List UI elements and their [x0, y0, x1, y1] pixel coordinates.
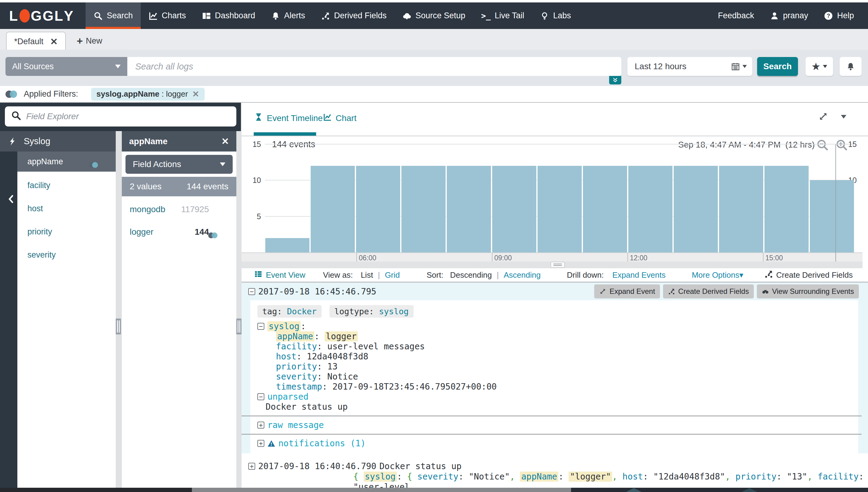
create-derived-fields-link[interactable]: Create Derived Fields — [764, 269, 853, 281]
value-count: 144 — [194, 227, 209, 237]
expand-toggle-icon[interactable]: + — [257, 440, 264, 447]
range-end-marker — [835, 144, 836, 262]
timeline-bar[interactable] — [764, 166, 809, 252]
filter-value: : logger — [159, 89, 188, 98]
chart-scroll-handle[interactable] — [551, 262, 565, 268]
expand-toggle-icon[interactable]: + — [248, 463, 255, 470]
events-count: 144 events — [187, 182, 229, 192]
timeline-bar[interactable] — [492, 166, 537, 252]
syslog-icon — [8, 136, 17, 147]
timeline-bar[interactable] — [265, 238, 310, 252]
nav-item-charts[interactable]: Charts — [141, 2, 194, 29]
create-derived-fields-button[interactable]: Create Derived Fields — [663, 285, 754, 298]
json-key[interactable]: priority — [276, 362, 317, 372]
nav-item-live-tail[interactable]: >_Live Tail — [473, 2, 532, 29]
tab-close-icon[interactable]: ✕ — [50, 36, 57, 47]
chevron-down-icon[interactable] — [841, 115, 846, 119]
event-section-raw-message[interactable]: raw message — [267, 420, 324, 430]
timeline-bar[interactable] — [719, 166, 764, 252]
search-button-label: Search — [763, 62, 792, 71]
field-actions-dropdown[interactable]: Field Actions — [126, 155, 233, 174]
sidebar-field-host[interactable]: host — [17, 199, 116, 218]
expand-event-button[interactable]: Expand Event — [594, 285, 660, 298]
loggly-logo[interactable]: LGGLY — [0, 2, 85, 29]
filter-pill[interactable]: syslog.appName : logger ✕ — [91, 88, 205, 101]
json-key[interactable]: facility — [276, 341, 317, 351]
collapse-toggle-icon[interactable]: − — [257, 323, 264, 330]
search-button[interactable]: Search — [757, 57, 798, 76]
timeline-bar[interactable] — [401, 166, 446, 252]
view-surrounding-events-button[interactable]: View Surrounding Events — [757, 285, 859, 298]
field-value-row-logger[interactable]: logger144 — [122, 223, 236, 241]
nav-item-alerts[interactable]: Alerts — [263, 2, 313, 29]
view-as-grid[interactable]: Grid — [385, 270, 400, 280]
event-row-expanded[interactable]: −2017-09-18 16:45:46.795Expand EventCrea… — [241, 282, 868, 453]
nav-item-pranay[interactable]: pranay — [762, 11, 816, 20]
timeline-bar[interactable] — [674, 166, 718, 252]
expand-events-link[interactable]: Expand Events — [612, 270, 666, 280]
nav-item-labs[interactable]: Labs — [532, 2, 579, 29]
tab-default[interactable]: *Default ✕ — [6, 32, 66, 51]
nav-item-help[interactable]: ?Help — [816, 11, 862, 20]
expand-toggle-icon[interactable]: + — [257, 422, 264, 428]
sort-ascending[interactable]: Ascending — [504, 270, 541, 280]
event-timeline-chart[interactable]: 551010151506:0009:0012:0015:00 — [241, 136, 868, 268]
bell-button[interactable] — [840, 57, 862, 76]
remove-filter-icon[interactable]: ✕ — [192, 89, 199, 99]
field-value-row-mongodb[interactable]: mongodb117925 — [122, 200, 236, 219]
timeline-bar[interactable] — [356, 166, 400, 252]
expand-search-button[interactable] — [609, 76, 621, 84]
timeline-bar[interactable] — [628, 166, 673, 252]
field-group-syslog[interactable]: Syslog — [0, 131, 116, 151]
view-as-list[interactable]: List — [361, 270, 373, 280]
event-tag-pill[interactable]: tag: Docker — [257, 305, 322, 318]
timeline-bar[interactable] — [810, 180, 854, 252]
timeline-bar[interactable] — [583, 166, 627, 252]
chart-scrollbar[interactable] — [241, 262, 863, 268]
star-button[interactable]: ★ — [806, 57, 833, 76]
time-range-picker[interactable]: Last 12 hours — [627, 57, 752, 76]
tab-new[interactable]: + New — [77, 33, 102, 48]
timeline-bar[interactable] — [310, 166, 355, 252]
json-token: severity — [417, 472, 458, 482]
event-section-unparsed[interactable]: unparsed — [267, 392, 309, 402]
sidebar-field-severity[interactable]: severity — [17, 245, 116, 264]
source-selector[interactable]: All Sources — [5, 57, 127, 76]
json-key[interactable]: timestamp — [276, 382, 322, 392]
value-name[interactable]: mongodb — [130, 204, 165, 214]
collapse-toggle-icon[interactable]: − — [257, 393, 264, 400]
sidebar-field-appName[interactable]: appName — [17, 151, 116, 172]
json-node-name[interactable]: syslog — [267, 321, 300, 331]
event-section-notifications-[interactable]: notifications (1) — [279, 438, 366, 448]
json-key[interactable]: severity — [276, 372, 317, 382]
sidebar-field-priority[interactable]: priority — [17, 222, 116, 241]
json-token: host — [623, 472, 643, 482]
timeline-bar[interactable] — [537, 166, 582, 252]
nav-item-dashboard[interactable]: Dashboard — [194, 2, 263, 29]
value-name[interactable]: logger — [130, 227, 154, 237]
json-key[interactable]: host — [276, 351, 296, 362]
resize-grip[interactable] — [236, 319, 241, 335]
field-value-rows: mongodb117925logger144 — [122, 196, 236, 241]
resize-grip[interactable] — [116, 319, 121, 335]
json-key[interactable]: appName — [276, 331, 314, 341]
search-input[interactable]: Search all logs — [127, 57, 621, 76]
nav-item-source-setup[interactable]: Source Setup — [394, 2, 473, 29]
sort-descending[interactable]: Descending — [450, 270, 492, 280]
close-icon[interactable]: ✕ — [221, 136, 229, 147]
nav-item-derived-fields[interactable]: Derived Fields — [313, 2, 395, 29]
field-explorer-search[interactable]: Field Explorer — [5, 106, 236, 126]
tab-chart[interactable]: Chart — [323, 113, 356, 124]
nav-item-feedback[interactable]: Feedback — [710, 11, 762, 20]
sidebar-field-facility[interactable]: facility — [17, 176, 116, 195]
tab-event-timeline[interactable]: Event Timeline — [254, 113, 323, 124]
expand-timeline-icon[interactable] — [818, 111, 828, 123]
event-row[interactable]: +2017-09-18 16:40:46.790Docker status up… — [241, 458, 868, 488]
event-tag-pill[interactable]: logtype: syslog — [330, 305, 414, 318]
more-options-link[interactable]: More Options▾ — [692, 270, 743, 280]
nav-item-search[interactable]: Search — [85, 2, 141, 29]
timeline-bar[interactable] — [446, 166, 491, 252]
desktop-edge — [0, 488, 868, 492]
pill-key: logtype: — [335, 307, 379, 316]
collapse-toggle-icon[interactable]: − — [248, 288, 255, 295]
